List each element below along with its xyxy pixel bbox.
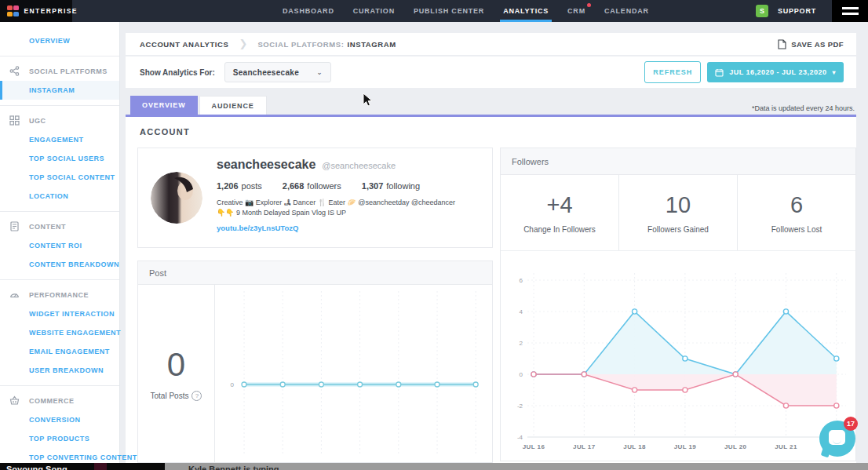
profile-card: seancheesecake @seancheesecake 1,206post…: [137, 148, 493, 248]
sidebar-item-content-breakdown[interactable]: CONTENT BREAKDOWN: [0, 255, 119, 274]
profile-stats: 1,206posts 2,668followers 1,307following: [217, 181, 420, 191]
breadcrumb-separator-icon: ❯: [239, 33, 247, 55]
y-tick-label: -4: [517, 434, 523, 441]
stat-followers-gained: 10 Followers Gained: [619, 175, 738, 250]
brand-name: ENTERPRISE: [24, 7, 78, 15]
breadcrumb-account-analytics[interactable]: ACCOUNT ANALYTICS: [140, 40, 228, 49]
help-icon[interactable]: ?: [191, 391, 202, 401]
data-point: [396, 382, 401, 387]
stat-value: 6: [790, 192, 803, 218]
stat-posts: 1,206posts: [217, 181, 262, 191]
y-tick-label: 0: [231, 381, 235, 388]
chevron-down-icon: ▾: [832, 69, 836, 76]
sidebar-item-website-engagement[interactable]: WEBSITE ENGAGEMENT: [0, 323, 119, 342]
account-select-dropdown[interactable]: Seancheesecake ⌄: [224, 62, 331, 82]
overlay-name-text: Soyoung Song: [6, 463, 67, 470]
stat-label: Followers Gained: [647, 225, 709, 234]
sidebar-item-location[interactable]: LOCATION: [0, 187, 119, 206]
data-point: [280, 382, 285, 387]
calendar-icon: [715, 68, 724, 77]
x-tick-label: JUL 20: [724, 443, 747, 450]
brand-logo-block[interactable]: ENTERPRISE: [0, 0, 72, 22]
nav-analytics[interactable]: ANALYTICS: [494, 0, 558, 22]
nav-dashboard[interactable]: DASHBOARD: [273, 0, 344, 22]
sidebar-item-widget-interaction[interactable]: WIDGET INTERACTION: [0, 304, 119, 323]
tab-audience[interactable]: AUDIENCE: [199, 96, 267, 115]
total-posts-value: 0: [167, 346, 185, 384]
sidebar-group-performance: PERFORMANCE: [0, 286, 119, 304]
account-select-value: Seancheesecake: [233, 68, 299, 77]
nav-calendar[interactable]: CALENDAR: [595, 0, 658, 22]
stat-label: Followers Lost: [771, 225, 822, 234]
nav-publish-center[interactable]: PUBLISH CENTER: [404, 0, 494, 22]
support-link[interactable]: SUPPORT: [778, 7, 816, 15]
tabs: OVERVIEW AUDIENCE *Data is updated every…: [126, 96, 856, 115]
data-point: [783, 309, 788, 314]
sidebar-item-overview[interactable]: OVERVIEW: [0, 31, 119, 50]
breadcrumb-platform-prefix: SOCIAL PLATFORMS:: [257, 40, 344, 49]
save-as-pdf-button[interactable]: SAVE AS PDF: [778, 39, 844, 49]
share-icon: [9, 66, 20, 77]
account-initial-badge[interactable]: S: [756, 5, 768, 17]
sidebar-item-user-breakdown[interactable]: USER BREAKDOWN: [0, 361, 119, 380]
sidebar-item-top-social-users[interactable]: TOP SOCIAL USERS: [0, 149, 119, 168]
breadcrumb-platform-value: INSTAGRAM: [348, 40, 396, 49]
sidebar-item-top-social-content[interactable]: TOP SOCIAL CONTENT: [0, 168, 119, 187]
y-tick-label: 4: [520, 308, 523, 315]
show-analytics-label: Show Analytics For:: [140, 68, 215, 77]
sidebar-group-ugc: UGC: [0, 111, 119, 130]
data-point: [358, 382, 363, 387]
y-tick-label: -2: [517, 403, 523, 410]
nav-curation[interactable]: CURATION: [344, 0, 404, 22]
main-nav: DASHBOARD CURATION PUBLISH CENTER ANALYT…: [273, 0, 658, 22]
x-tick-label: JUL 19: [674, 443, 697, 450]
tab-overview[interactable]: OVERVIEW: [130, 96, 198, 115]
overlay-thumbnail: [94, 463, 107, 470]
sidebar-group-label: PERFORMANCE: [29, 291, 89, 299]
y-tick-label: 0: [520, 371, 523, 378]
sidebar-item-engagement[interactable]: ENGAGEMENT: [0, 130, 119, 149]
sidebar-item-top-products[interactable]: TOP PRODUCTS: [0, 429, 119, 448]
profile-link[interactable]: youtu.be/z3yLnsUTozQ: [217, 224, 298, 232]
top-navbar: ENTERPRISE DASHBOARD CURATION PUBLISH CE…: [0, 0, 868, 22]
stat-followers-label: followers: [307, 181, 341, 191]
hamburger-menu-icon[interactable]: [832, 0, 868, 22]
followers-stats-row: +4 Change In Followers 10 Followers Gain…: [501, 175, 855, 251]
profile-avatar: [151, 172, 202, 224]
chat-widget-button[interactable]: 17: [819, 421, 855, 457]
stat-value: 10: [666, 192, 691, 218]
sidebar-item-email-engagement[interactable]: EMAIL ENGAGEMENT: [0, 342, 119, 361]
app-root: ENTERPRISE DASHBOARD CURATION PUBLISH CE…: [0, 0, 868, 470]
data-point: [783, 403, 788, 408]
stat-label: Change In Followers: [523, 225, 596, 234]
data-point: [633, 388, 637, 392]
data-point: [582, 372, 586, 377]
divider: [0, 56, 119, 56]
sidebar-item-conversion[interactable]: CONVERSION: [0, 410, 119, 429]
gauge-icon: [9, 290, 20, 301]
chat-unread-badge: 17: [844, 417, 858, 431]
sidebar: OVERVIEW SOCIAL PLATFORMS INSTAGRAM UGC …: [0, 22, 120, 470]
logo-square-red: [7, 5, 13, 11]
section-title-account: ACCOUNT: [140, 127, 190, 137]
stat-value: +4: [546, 192, 572, 218]
profile-bio: Creative 📷 Explorer 🏞 Dancer 🍴 Eater 🥟 @…: [217, 198, 483, 218]
date-range-button[interactable]: JUL 16,2020 - JUL 23,2020 ▾: [707, 62, 844, 82]
breadcrumb: ACCOUNT ANALYTICS ❯ SOCIAL PLATFORMS: IN…: [126, 33, 856, 55]
sidebar-group-label: COMMERCE: [29, 397, 75, 405]
total-posts-label-text: Total Posts: [151, 392, 189, 400]
sidebar-item-content-roi[interactable]: CONTENT ROI: [0, 236, 119, 255]
data-point: [683, 356, 687, 361]
sidebar-group-label: UGC: [29, 117, 46, 125]
data-point: [242, 382, 246, 387]
y-tick-label: 6: [520, 277, 523, 284]
sidebar-item-instagram[interactable]: INSTAGRAM: [0, 81, 119, 100]
refresh-button[interactable]: REFRESH: [644, 61, 701, 83]
followers-line-chart: 6420-2-4JUL 16JUL 17JUL 18JUL 19JUL 20JU…: [501, 251, 855, 461]
nav-right-cluster: S SUPPORT: [756, 0, 868, 22]
post-panel: Post 0 Total Posts ? 0: [137, 261, 493, 463]
data-point: [683, 388, 687, 392]
nav-crm[interactable]: CRM: [558, 0, 595, 22]
overlay-speaker-name: Soyoung Song: [0, 463, 165, 470]
total-posts-label: Total Posts ?: [151, 391, 202, 401]
